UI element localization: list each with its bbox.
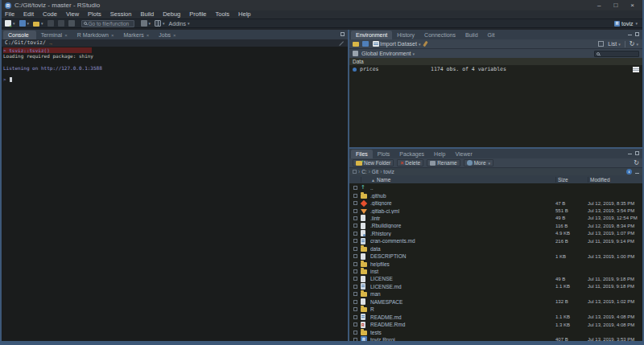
file-row[interactable]: man bbox=[349, 290, 642, 298]
file-name[interactable]: tests bbox=[370, 330, 555, 335]
file-row[interactable]: data bbox=[349, 245, 642, 253]
file-checkbox[interactable] bbox=[353, 194, 357, 198]
file-row[interactable]: .Rbuildignore 116 B Jul 12, 2019, 8:34 P… bbox=[349, 222, 642, 229]
maximize-pane-icon[interactable] bbox=[635, 32, 639, 36]
file-name[interactable]: .lintr bbox=[370, 216, 555, 221]
file-row[interactable]: .gitlab-ci.yml 551 B Jul 13, 2019, 3:54 … bbox=[349, 207, 642, 214]
file-row[interactable]: helpfiles bbox=[349, 260, 642, 267]
file-checkbox[interactable] bbox=[353, 232, 357, 236]
maximize-window-icon[interactable]: □ bbox=[613, 0, 617, 10]
file-row[interactable]: .lintr 49 B Jul 13, 2019, 12:54 PM bbox=[349, 215, 642, 222]
tab-close-icon[interactable]: × bbox=[111, 33, 114, 38]
environment-pane-tab[interactable]: History bbox=[392, 31, 419, 39]
save-workspace-icon[interactable] bbox=[362, 41, 369, 47]
import-dataset-button[interactable]: Import Dataset bbox=[372, 40, 421, 48]
file-checkbox[interactable] bbox=[353, 322, 357, 327]
file-row[interactable]: README.md 1.1 KB Jul 13, 2019, 4:08 PM bbox=[349, 313, 642, 320]
print-button[interactable] bbox=[68, 19, 76, 27]
file-row[interactable]: toviz.Rproj 407 B Jul 13, 2019, 3:53 PM bbox=[349, 336, 642, 341]
view-table-icon[interactable] bbox=[633, 67, 639, 72]
file-name[interactable]: .. bbox=[370, 185, 555, 191]
close-window-icon[interactable]: × bbox=[630, 0, 634, 10]
console-pane-tab[interactable]: Terminal× bbox=[36, 31, 72, 39]
project-selector[interactable]: R toviz bbox=[614, 21, 642, 27]
file-row[interactable]: README.Rmd 1.3 KB Jul 13, 2019, 4:08 PM bbox=[349, 321, 642, 328]
file-row[interactable]: inst bbox=[349, 268, 642, 275]
clear-objects-broom-icon[interactable] bbox=[423, 41, 428, 47]
file-name[interactable]: toviz.Rproj bbox=[370, 337, 555, 341]
menu-item[interactable]: Debug bbox=[163, 10, 180, 18]
files-pane-tab[interactable]: Packages bbox=[394, 150, 429, 158]
menu-item[interactable]: Session bbox=[110, 10, 132, 18]
file-name[interactable]: .Rbuildignore bbox=[370, 223, 555, 228]
refresh-environment-button[interactable]: ↻ bbox=[629, 40, 639, 48]
file-checkbox[interactable] bbox=[353, 285, 357, 289]
tab-close-icon[interactable]: × bbox=[173, 33, 176, 38]
file-checkbox[interactable] bbox=[353, 277, 357, 281]
menu-item[interactable]: Build bbox=[140, 10, 154, 18]
file-name[interactable]: .gitignore bbox=[370, 200, 555, 206]
new-folder-button[interactable]: New Folder bbox=[353, 159, 394, 166]
tab-close-icon[interactable]: × bbox=[147, 33, 150, 38]
file-checkbox[interactable] bbox=[353, 269, 357, 273]
select-all-checkbox[interactable] bbox=[353, 170, 357, 174]
file-row[interactable]: NAMESPACE 132 B Jul 13, 2019, 1:02 PM bbox=[349, 298, 642, 306]
file-checkbox[interactable] bbox=[353, 224, 357, 228]
list-view-button[interactable]: List bbox=[607, 40, 621, 48]
maximize-pane-icon[interactable] bbox=[635, 151, 639, 155]
file-checkbox[interactable] bbox=[353, 331, 357, 335]
console-pane-tab[interactable]: Console bbox=[3, 31, 36, 39]
console-pane-tab[interactable]: R Markdown× bbox=[72, 31, 119, 39]
goto-directory-icon[interactable]: → bbox=[48, 41, 53, 46]
more-button[interactable]: More bbox=[464, 159, 493, 166]
panes-layout-button[interactable] bbox=[154, 19, 166, 27]
file-checkbox[interactable] bbox=[353, 338, 357, 341]
file-checkbox[interactable] bbox=[353, 307, 357, 311]
addins-button[interactable]: Addins bbox=[168, 19, 191, 27]
file-row[interactable]: R bbox=[349, 306, 642, 313]
breadcrumb-segment[interactable]: toviz bbox=[380, 169, 394, 175]
delete-button[interactable]: × Delete bbox=[397, 159, 423, 166]
modified-column-header[interactable]: Modified bbox=[588, 177, 642, 183]
environment-pane-tab[interactable]: Build bbox=[460, 31, 483, 39]
file-name[interactable]: LICENSE.md bbox=[370, 284, 555, 290]
save-all-button[interactable] bbox=[57, 19, 65, 27]
file-name[interactable]: .gitlab-ci.yml bbox=[370, 208, 555, 214]
environment-pane-tab[interactable]: Git bbox=[483, 31, 500, 39]
file-name[interactable]: helpfiles bbox=[370, 261, 555, 267]
tab-close-icon[interactable]: × bbox=[64, 33, 68, 38]
file-checkbox[interactable] bbox=[353, 239, 357, 243]
new-project-button[interactable] bbox=[19, 19, 31, 27]
minimize-pane-icon[interactable] bbox=[628, 35, 632, 35]
file-row[interactable]: .Rhistory 4.9 KB Jul 13, 2019, 1:07 PM bbox=[349, 230, 642, 237]
file-row[interactable]: .gitignore 47 B Jul 12, 2019, 8:35 PM bbox=[349, 199, 642, 207]
menu-item[interactable]: Tools bbox=[216, 10, 230, 18]
workspace-tools-button[interactable] bbox=[140, 19, 152, 27]
menu-item[interactable]: Edit bbox=[23, 10, 34, 18]
environment-pane-tab[interactable]: Environment bbox=[351, 31, 392, 39]
console-output[interactable]: > tsviz::tsviz() Loading required packag… bbox=[2, 47, 348, 341]
minimize-pane-icon[interactable] bbox=[628, 154, 632, 154]
files-pane-tab[interactable]: Files bbox=[351, 150, 373, 158]
file-name[interactable]: cran-comments.md bbox=[370, 238, 555, 244]
environment-pane-tab[interactable]: Connections bbox=[419, 31, 460, 39]
file-name[interactable]: man bbox=[370, 291, 555, 297]
file-row[interactable]: DESCRIPTION 1 KB Jul 13, 2019, 1:00 PM bbox=[349, 253, 642, 260]
environment-search-box[interactable] bbox=[594, 51, 639, 57]
file-name[interactable]: DESCRIPTION bbox=[370, 253, 555, 259]
minimize-window-icon[interactable]: – bbox=[597, 0, 601, 10]
console-pane-tab[interactable]: Jobs× bbox=[154, 31, 180, 39]
file-name[interactable]: README.Rmd bbox=[370, 322, 555, 327]
save-button[interactable] bbox=[47, 19, 55, 27]
files-pane-tab[interactable]: Plots bbox=[373, 150, 395, 158]
open-file-button[interactable] bbox=[32, 19, 44, 27]
menu-item[interactable]: Plots bbox=[88, 10, 101, 18]
file-name[interactable]: data bbox=[370, 246, 555, 252]
file-checkbox[interactable] bbox=[353, 254, 357, 258]
file-row[interactable]: cran-comments.md 216 B Jul 11, 2019, 9:1… bbox=[349, 237, 642, 244]
file-row[interactable]: LICENSE 49 B Jul 11, 2019, 9:18 PM bbox=[349, 275, 642, 282]
file-checkbox[interactable] bbox=[353, 315, 357, 319]
goto-file-box[interactable]: Go to file/function bbox=[81, 20, 134, 27]
new-file-button[interactable] bbox=[4, 19, 16, 27]
file-checkbox[interactable] bbox=[353, 300, 357, 304]
